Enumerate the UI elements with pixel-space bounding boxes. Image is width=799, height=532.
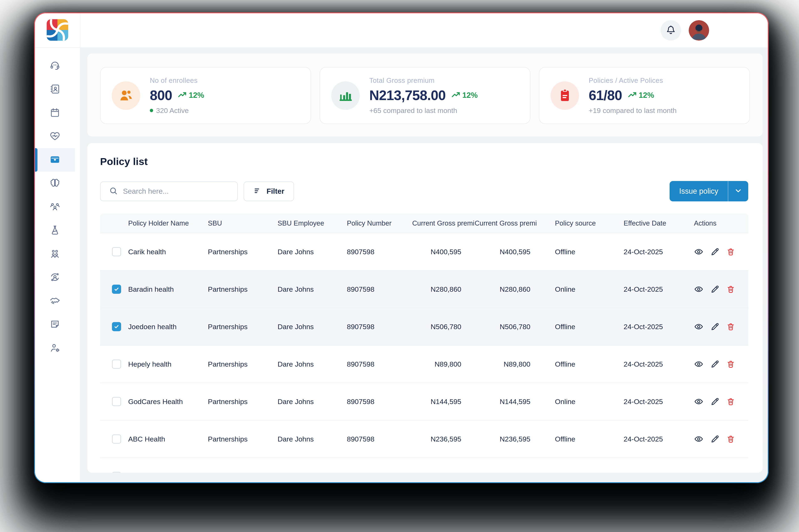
edit-icon[interactable] [710, 247, 720, 256]
effective-date-cell: 24-Oct-2025 [616, 285, 689, 293]
row-checkbox[interactable] [112, 397, 121, 406]
sidebar-item-flask[interactable] [35, 218, 75, 242]
gross-premium-cell: N236,595 [412, 435, 475, 443]
eye-icon[interactable] [694, 284, 704, 294]
row-checkbox[interactable] [112, 285, 121, 294]
edit-icon[interactable] [710, 359, 720, 369]
trash-icon[interactable] [726, 472, 735, 473]
eye-icon[interactable] [694, 247, 704, 256]
bar-chart-icon [331, 81, 360, 110]
row-checkbox[interactable] [112, 434, 121, 443]
table-row: Hepely healthPartnershipsDare Johns89075… [100, 345, 748, 383]
eye-icon[interactable] [694, 434, 704, 444]
sbu-cell: Partnerships [208, 248, 278, 256]
issue-policy-dropdown[interactable] [728, 181, 748, 202]
gross-premium-cell-2: N236,595 [475, 435, 537, 443]
policy-source-cell: Offline [537, 323, 616, 331]
table-row: ABC HealthPartnershipsDare Johns8907598N… [100, 420, 748, 457]
policy-source-cell: Offline [537, 435, 616, 443]
sidebar-item-user-sync[interactable] [35, 266, 75, 289]
sidebar-item-headset[interactable] [35, 54, 75, 78]
eye-icon[interactable] [694, 322, 704, 331]
filter-button[interactable]: Filter [244, 182, 294, 201]
table-row [100, 457, 748, 473]
page-title: Policy list [100, 156, 748, 167]
column-header: SBU [208, 219, 278, 227]
row-checkbox[interactable] [112, 247, 121, 256]
notifications-button[interactable] [661, 20, 681, 41]
sidebar-item-users-three[interactable] [35, 195, 75, 218]
edit-icon[interactable] [710, 434, 720, 444]
stat-value: N213,758.00 [369, 88, 446, 103]
eye-icon[interactable] [694, 359, 704, 369]
trash-icon[interactable] [726, 285, 735, 293]
trash-icon[interactable] [726, 360, 735, 368]
pinwheel-logo [46, 19, 69, 42]
sidebar-item-brain[interactable] [35, 172, 75, 195]
stat-card-enrollees: No of enrollees 800 12% [100, 67, 311, 124]
sidebar-item-wallet[interactable] [35, 148, 75, 172]
row-checkbox[interactable] [112, 322, 121, 331]
eye-icon[interactable] [694, 397, 704, 406]
brain-icon [50, 178, 60, 189]
edit-icon[interactable] [710, 472, 720, 473]
user-avatar[interactable] [689, 20, 709, 41]
row-checkbox[interactable] [112, 472, 121, 473]
policy-holder-name: GodCares Health [128, 398, 208, 406]
edit-icon[interactable] [710, 284, 720, 294]
stat-value: 800 [150, 88, 172, 103]
sidebar-item-user-gear[interactable] [35, 336, 75, 360]
effective-date-cell: 24-Oct-2025 [616, 398, 689, 406]
sidebar-item-contact-book[interactable] [35, 78, 75, 101]
policy-source-cell: Offline [537, 360, 616, 368]
edit-icon[interactable] [710, 397, 720, 406]
stat-value: 61/80 [589, 88, 622, 103]
stat-card-policies: Policies / Active Polices 61/80 12% +19 … [539, 67, 750, 124]
gross-premium-cell: N89,800 [412, 360, 475, 368]
trash-icon[interactable] [726, 247, 735, 256]
policy-source-cell: Online [537, 398, 616, 406]
filter-lines-icon [253, 186, 262, 196]
gross-premium-cell-2: N400,595 [475, 248, 537, 256]
column-header: Policy source [537, 219, 616, 227]
trend-up-icon [177, 90, 187, 100]
column-header: SBU Employee [278, 219, 347, 227]
trash-icon[interactable] [726, 435, 735, 443]
trash-icon[interactable] [726, 322, 735, 331]
sidebar-item-heart-pulse[interactable] [35, 125, 75, 148]
stat-subtext: +19 compared to last month [589, 107, 677, 115]
stat-card-gross-premium: Total Gross premium N213,758.00 12% +65 … [320, 67, 531, 124]
sidebar-item-calendar[interactable] [35, 101, 75, 125]
policy-number-cell: 8907598 [347, 323, 412, 331]
sidebar-item-note[interactable] [35, 313, 75, 336]
sidebar-item-users-four[interactable] [35, 242, 75, 266]
edit-icon[interactable] [710, 322, 720, 331]
trend-up-indicator: 12% [451, 90, 478, 100]
issue-policy-button[interactable]: Issue policy [670, 181, 748, 202]
user-sync-icon [50, 272, 60, 283]
eye-icon[interactable] [694, 472, 704, 473]
gross-premium-cell-2: N280,860 [475, 285, 537, 293]
gross-premium-cell-2: N89,800 [475, 360, 537, 368]
gross-premium-cell: N506,780 [412, 323, 475, 331]
users-three-icon [50, 201, 60, 213]
contact-book-icon [50, 84, 60, 95]
users-four-icon [50, 248, 60, 260]
sidebar-item-handshake[interactable] [35, 289, 75, 313]
table-row: Joedoen healthPartnershipsDare Johns8907… [100, 308, 748, 345]
gross-premium-cell: N400,595 [412, 248, 475, 256]
row-checkbox[interactable] [112, 360, 121, 369]
sbu-employee-cell: Dare Johns [278, 398, 347, 406]
table-row: Baradin healthPartnershipsDare Johns8907… [100, 270, 748, 308]
search-input[interactable] [123, 187, 231, 195]
policy-number-cell: 8907598 [347, 360, 412, 368]
trend-up-indicator: 12% [177, 90, 204, 100]
sidebar-nav [35, 48, 80, 482]
sbu-cell: Partnerships [208, 360, 278, 368]
active-dot [150, 109, 153, 112]
note-icon [50, 319, 60, 330]
top-bar [80, 13, 768, 48]
policy-holder-name: Hepely health [128, 360, 208, 368]
trash-icon[interactable] [726, 397, 735, 406]
logo-cell [35, 13, 80, 48]
